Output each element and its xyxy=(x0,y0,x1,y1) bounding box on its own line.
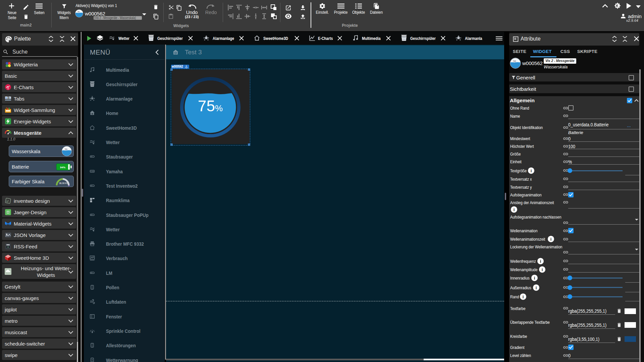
svg-text:N: N xyxy=(5,97,7,99)
svg-text:56: 56 xyxy=(65,148,67,150)
svg-text:56: 56 xyxy=(513,60,516,63)
svg-text:94%: 94% xyxy=(60,166,65,169)
svg-text:38,08 Kh: 38,08 Kh xyxy=(59,182,68,184)
svg-text:N: N xyxy=(9,97,10,99)
svg-text:56: 56 xyxy=(77,11,79,13)
svg-text:i2: i2 xyxy=(6,199,9,203)
